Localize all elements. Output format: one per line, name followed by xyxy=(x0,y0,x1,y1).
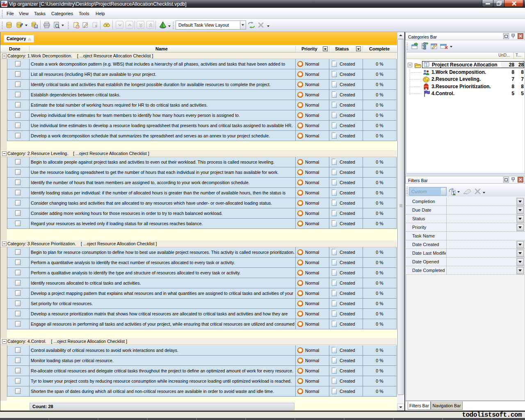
svg-text:?: ? xyxy=(77,25,78,28)
